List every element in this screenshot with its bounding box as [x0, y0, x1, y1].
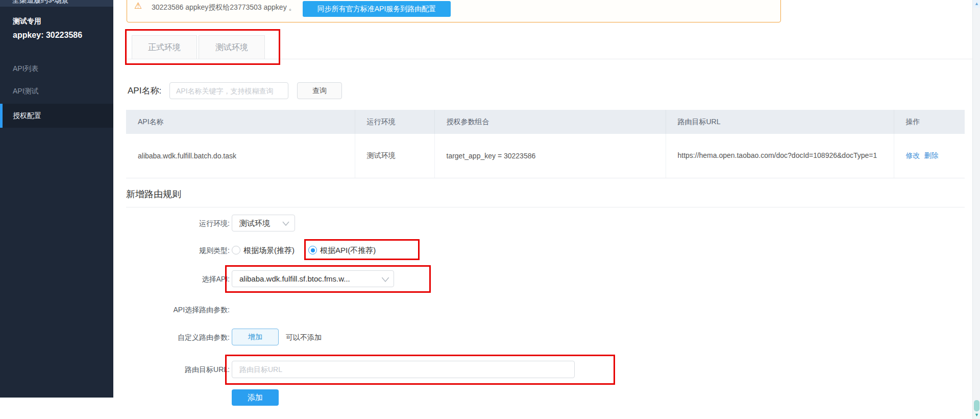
scrollbar-track[interactable]: ▲ ▼ — [972, 0, 980, 419]
sidebar-item-auth-config[interactable]: 授权配置 — [0, 104, 113, 128]
edit-link[interactable]: 修改 — [906, 151, 920, 159]
radio-unselected-icon — [232, 246, 240, 254]
tab-test-env[interactable]: 测试环境 — [199, 35, 265, 59]
table-header-row: API名称 运行环境 授权参数组合 路由目标URL 操作 — [126, 110, 965, 134]
optional-hint: 可以不添加 — [286, 329, 322, 346]
sidebar-item-clipped-label: 全渠道履约3-场景 — [12, 0, 113, 5]
chevron-down-icon — [381, 277, 388, 282]
cell-target-url: https://hema.open.taobao.com/doc?docId=1… — [666, 134, 894, 178]
api-name-label: API名称: — [128, 85, 161, 97]
env-select-value: 测试环境 — [239, 219, 270, 227]
api-route-params-label: API选择路由参数: — [124, 305, 230, 315]
scrollbar-thumb[interactable] — [974, 400, 979, 411]
sidebar: 全渠道履约3-场景 测试专用 appkey: 30223586 API列表 AP… — [0, 0, 113, 398]
radio-by-scene-label: 根据场景(推荐) — [243, 242, 295, 259]
col-env: 运行环境 — [355, 110, 434, 134]
sidebar-item-api-list[interactable]: API列表 — [13, 64, 39, 74]
scroll-down-arrow-icon[interactable]: ▼ — [973, 411, 980, 419]
add-param-button[interactable]: 增加 — [232, 329, 279, 345]
cell-env: 测试环境 — [355, 134, 434, 178]
radio-selected-icon — [308, 246, 317, 254]
tabs-underline — [125, 59, 972, 59]
table-row: alibaba.wdk.fulfill.batch.do.task 测试环境 t… — [126, 134, 965, 178]
form-divider — [126, 207, 965, 207]
cell-auth-params: target_app_key = 30223586 — [434, 134, 666, 178]
api-route-table: API名称 运行环境 授权参数组合 路由目标URL 操作 alibaba.wdk… — [126, 110, 965, 178]
api-select-value: alibaba.wdk.fulfill.sf.btoc.fms.w... — [239, 274, 350, 283]
delete-link[interactable]: 删除 — [924, 151, 939, 159]
warning-icon: ⚠ — [134, 2, 142, 10]
chevron-down-icon — [282, 221, 289, 226]
custom-params-label: 自定义路由参数: — [124, 329, 230, 346]
section-title-new-rule: 新增路由规则 — [126, 188, 181, 200]
alert-text: 30223586 appkey授权给23773503 appkey 。 — [152, 3, 296, 12]
select-api-label: 选择API: — [124, 270, 230, 288]
env-select[interactable]: 测试环境 — [232, 215, 295, 231]
sidebar-item-api-test[interactable]: API测试 — [13, 87, 39, 96]
env-select-label: 运行环境: — [124, 215, 230, 232]
api-name-search-input[interactable] — [169, 82, 288, 99]
api-select[interactable]: alibaba.wdk.fulfill.sf.btoc.fms.w... — [232, 270, 394, 287]
sidebar-item-clipped[interactable]: 全渠道履约3-场景 — [0, 0, 113, 7]
search-button[interactable]: 查询 — [297, 82, 342, 99]
alert-banner: ⚠ 30223586 appkey授权给23773503 appkey 。 — [127, 0, 781, 22]
submit-add-button[interactable]: 添加 — [232, 389, 279, 406]
scroll-up-arrow-icon[interactable]: ▲ — [973, 0, 980, 8]
tab-production-env[interactable]: 正式环境 — [132, 35, 197, 59]
rule-type-label: 规则类型: — [124, 242, 230, 259]
sync-all-api-button[interactable]: 同步所有官方标准API服务到路由配置 — [303, 1, 451, 17]
col-api-name: API名称 — [126, 110, 355, 134]
sidebar-item-appkey[interactable]: appkey: 30223586 — [13, 31, 82, 40]
col-target-url: 路由目标URL — [666, 110, 894, 134]
cell-actions: 修改删除 — [894, 134, 965, 178]
col-actions: 操作 — [894, 110, 965, 134]
target-url-input[interactable] — [232, 361, 575, 378]
col-auth-params: 授权参数组合 — [434, 110, 666, 134]
page: 全渠道履约3-场景 测试专用 appkey: 30223586 API列表 AP… — [0, 0, 980, 419]
radio-by-api-label: 根据API(不推荐) — [320, 242, 376, 259]
target-url-label: 路由目标URL: — [124, 360, 230, 379]
sidebar-item-test-only[interactable]: 测试专用 — [13, 17, 41, 26]
main-content: ⚠ 30223586 appkey授权给23773503 appkey 。 同步… — [113, 0, 972, 419]
cell-api-name: alibaba.wdk.fulfill.batch.do.task — [126, 134, 355, 178]
